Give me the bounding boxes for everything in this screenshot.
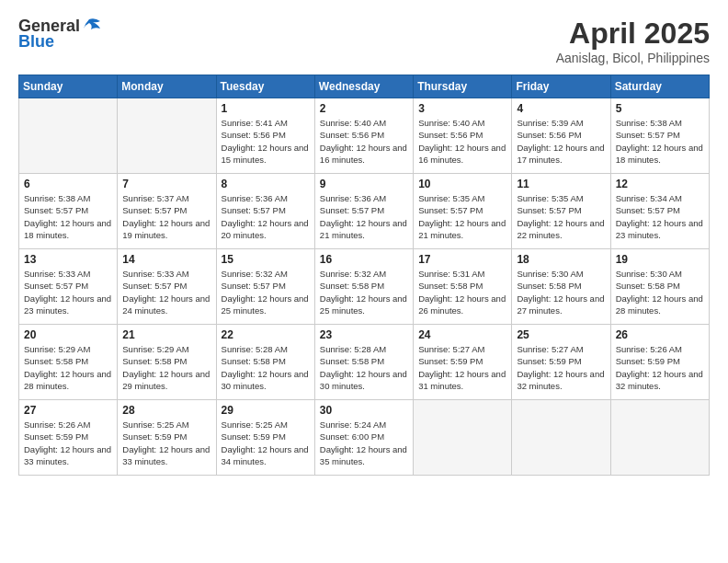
day-number: 20 [24, 328, 112, 341]
table-row: 2Sunrise: 5:40 AMSunset: 5:56 PMDaylight… [314, 98, 413, 174]
day-info: Sunrise: 5:36 AMSunset: 5:57 PMDaylight:… [320, 192, 408, 241]
day-info: Sunrise: 5:28 AMSunset: 5:58 PMDaylight:… [320, 343, 408, 392]
day-info: Sunrise: 5:40 AMSunset: 5:56 PMDaylight:… [418, 117, 506, 166]
table-row: 5Sunrise: 5:38 AMSunset: 5:57 PMDaylight… [610, 98, 709, 174]
table-row [610, 400, 709, 476]
day-info: Sunrise: 5:27 AMSunset: 5:59 PMDaylight:… [418, 343, 506, 392]
col-saturday: Saturday [610, 75, 709, 98]
day-info: Sunrise: 5:30 AMSunset: 5:58 PMDaylight:… [517, 268, 605, 316]
logo-blue-text: Blue [18, 32, 54, 52]
day-info: Sunrise: 5:25 AMSunset: 5:59 PMDaylight:… [122, 419, 210, 467]
day-number: 27 [24, 404, 112, 417]
table-row [414, 400, 512, 476]
day-number: 21 [122, 328, 210, 341]
day-number: 24 [418, 328, 506, 341]
day-info: Sunrise: 5:41 AMSunset: 5:56 PMDaylight:… [222, 117, 310, 166]
table-row: 24Sunrise: 5:27 AMSunset: 5:59 PMDayligh… [414, 325, 512, 400]
table-row: 4Sunrise: 5:39 AMSunset: 5:56 PMDaylight… [512, 98, 610, 174]
day-info: Sunrise: 5:28 AMSunset: 5:58 PMDaylight:… [222, 343, 310, 392]
day-number: 10 [418, 178, 506, 190]
col-wednesday: Wednesday [314, 75, 413, 98]
day-info: Sunrise: 5:33 AMSunset: 5:57 PMDaylight:… [24, 268, 112, 316]
table-row: 3Sunrise: 5:40 AMSunset: 5:56 PMDaylight… [414, 98, 512, 174]
day-info: Sunrise: 5:32 AMSunset: 5:57 PMDaylight:… [222, 268, 310, 316]
day-number: 1 [222, 102, 310, 115]
day-info: Sunrise: 5:26 AMSunset: 5:59 PMDaylight:… [24, 419, 112, 467]
table-row: 12Sunrise: 5:34 AMSunset: 5:57 PMDayligh… [610, 174, 709, 249]
calendar-week-row: 6Sunrise: 5:38 AMSunset: 5:57 PMDaylight… [19, 174, 710, 249]
col-monday: Monday [118, 75, 216, 98]
day-number: 7 [122, 178, 210, 190]
col-friday: Friday [512, 75, 610, 98]
day-info: Sunrise: 5:34 AMSunset: 5:57 PMDaylight:… [616, 192, 704, 241]
table-row: 22Sunrise: 5:28 AMSunset: 5:58 PMDayligh… [216, 325, 314, 400]
day-number: 13 [24, 253, 112, 266]
day-info: Sunrise: 5:24 AMSunset: 6:00 PMDaylight:… [320, 419, 408, 467]
day-number: 26 [616, 328, 704, 341]
day-number: 16 [320, 253, 408, 266]
day-info: Sunrise: 5:26 AMSunset: 5:59 PMDaylight:… [616, 343, 704, 392]
table-row: 7Sunrise: 5:37 AMSunset: 5:57 PMDaylight… [118, 174, 216, 249]
day-info: Sunrise: 5:32 AMSunset: 5:58 PMDaylight:… [320, 268, 408, 316]
table-row: 17Sunrise: 5:31 AMSunset: 5:58 PMDayligh… [414, 249, 512, 325]
table-row: 1Sunrise: 5:41 AMSunset: 5:56 PMDaylight… [216, 98, 314, 174]
calendar-week-row: 27Sunrise: 5:26 AMSunset: 5:59 PMDayligh… [19, 400, 710, 476]
table-row [118, 98, 216, 174]
table-row: 8Sunrise: 5:36 AMSunset: 5:57 PMDaylight… [216, 174, 314, 249]
calendar-week-row: 1Sunrise: 5:41 AMSunset: 5:56 PMDaylight… [19, 98, 710, 174]
table-row [19, 98, 118, 174]
day-info: Sunrise: 5:29 AMSunset: 5:58 PMDaylight:… [24, 343, 112, 392]
day-number: 15 [222, 253, 310, 266]
header: General Blue April 2025 Aanislag, Bicol,… [18, 17, 710, 65]
day-number: 19 [616, 253, 704, 266]
col-sunday: Sunday [19, 75, 118, 98]
table-row: 27Sunrise: 5:26 AMSunset: 5:59 PMDayligh… [19, 400, 118, 476]
table-row: 13Sunrise: 5:33 AMSunset: 5:57 PMDayligh… [19, 249, 118, 325]
table-row: 26Sunrise: 5:26 AMSunset: 5:59 PMDayligh… [610, 325, 709, 400]
day-number: 3 [418, 102, 506, 115]
table-row: 10Sunrise: 5:35 AMSunset: 5:57 PMDayligh… [414, 174, 512, 249]
day-info: Sunrise: 5:38 AMSunset: 5:57 PMDaylight:… [616, 117, 704, 166]
table-row: 6Sunrise: 5:38 AMSunset: 5:57 PMDaylight… [19, 174, 118, 249]
day-number: 23 [320, 328, 408, 341]
logo-bird-icon [82, 17, 102, 34]
day-number: 29 [222, 404, 310, 417]
day-number: 9 [320, 178, 408, 190]
day-info: Sunrise: 5:27 AMSunset: 5:59 PMDaylight:… [517, 343, 605, 392]
day-number: 2 [320, 102, 408, 115]
day-info: Sunrise: 5:38 AMSunset: 5:57 PMDaylight:… [24, 192, 112, 241]
table-row: 29Sunrise: 5:25 AMSunset: 5:59 PMDayligh… [216, 400, 314, 476]
title-section: April 2025 Aanislag, Bicol, Philippines [556, 17, 710, 65]
day-number: 30 [320, 404, 408, 417]
table-row: 16Sunrise: 5:32 AMSunset: 5:58 PMDayligh… [314, 249, 413, 325]
col-thursday: Thursday [414, 75, 512, 98]
table-row: 30Sunrise: 5:24 AMSunset: 6:00 PMDayligh… [314, 400, 413, 476]
day-number: 4 [517, 102, 605, 115]
day-info: Sunrise: 5:31 AMSunset: 5:58 PMDaylight:… [418, 268, 506, 316]
table-row: 14Sunrise: 5:33 AMSunset: 5:57 PMDayligh… [118, 249, 216, 325]
col-tuesday: Tuesday [216, 75, 314, 98]
day-info: Sunrise: 5:35 AMSunset: 5:57 PMDaylight:… [418, 192, 506, 241]
location-subtitle: Aanislag, Bicol, Philippines [556, 51, 710, 65]
table-row: 18Sunrise: 5:30 AMSunset: 5:58 PMDayligh… [512, 249, 610, 325]
day-number: 8 [222, 178, 310, 190]
day-number: 14 [122, 253, 210, 266]
table-row: 19Sunrise: 5:30 AMSunset: 5:58 PMDayligh… [610, 249, 709, 325]
calendar-week-row: 20Sunrise: 5:29 AMSunset: 5:58 PMDayligh… [19, 325, 710, 400]
table-row: 9Sunrise: 5:36 AMSunset: 5:57 PMDaylight… [314, 174, 413, 249]
day-number: 17 [418, 253, 506, 266]
day-number: 28 [122, 404, 210, 417]
day-number: 22 [222, 328, 310, 341]
day-info: Sunrise: 5:37 AMSunset: 5:57 PMDaylight:… [122, 192, 210, 241]
day-number: 25 [517, 328, 605, 341]
day-number: 11 [517, 178, 605, 190]
calendar-table: Sunday Monday Tuesday Wednesday Thursday… [18, 75, 710, 476]
day-info: Sunrise: 5:33 AMSunset: 5:57 PMDaylight:… [122, 268, 210, 316]
calendar-week-row: 13Sunrise: 5:33 AMSunset: 5:57 PMDayligh… [19, 249, 710, 325]
table-row: 15Sunrise: 5:32 AMSunset: 5:57 PMDayligh… [216, 249, 314, 325]
table-row: 21Sunrise: 5:29 AMSunset: 5:58 PMDayligh… [118, 325, 216, 400]
day-info: Sunrise: 5:39 AMSunset: 5:56 PMDaylight:… [517, 117, 605, 166]
table-row: 11Sunrise: 5:35 AMSunset: 5:57 PMDayligh… [512, 174, 610, 249]
page: General Blue April 2025 Aanislag, Bicol,… [0, 0, 728, 563]
day-number: 6 [24, 178, 112, 190]
